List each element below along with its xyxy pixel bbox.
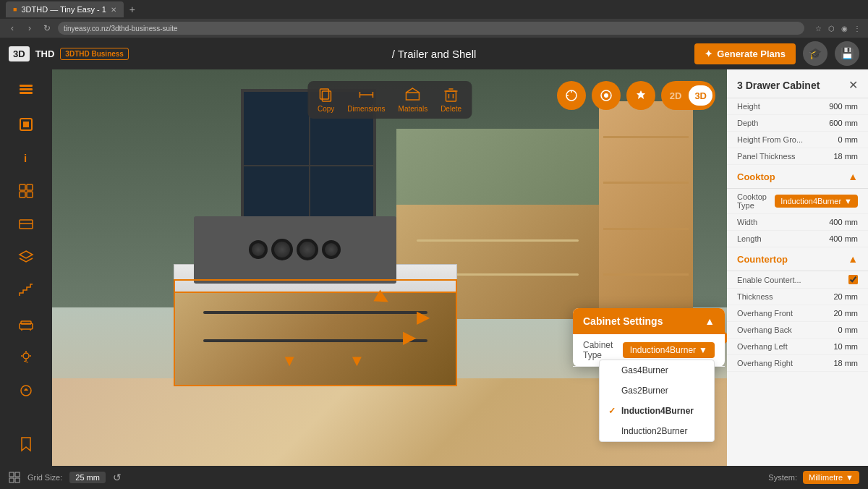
nav-icons: ☆ ⬡ ◉ ⋮ [813, 25, 862, 33]
menu-item-gas4burner[interactable]: Gas4Burner [600, 360, 714, 380]
overhang-right-value: 18 mm [833, 359, 858, 367]
svg-rect-2 [20, 85, 33, 87]
cooktop [194, 216, 396, 284]
viewport[interactable]: ▼ ▼ ▶ ▶ ▶ Copy Dimensions Materials [52, 69, 727, 466]
menu-item-induction4burner[interactable]: ✓ Induction4Burner [600, 401, 714, 421]
height-from-ground-row: Height From Gro... 0 mm [727, 132, 868, 148]
address-text: tinyeasy.co.nz/3dthd-business-suite [64, 25, 178, 33]
address-bar[interactable]: tinyeasy.co.nz/3dthd-business-suite [58, 22, 804, 35]
cabinet-type-menu: Gas4Burner Gas2Burner ✓ Induction4Burner [599, 360, 715, 442]
svg-rect-14 [21, 321, 31, 324]
sidebar-item-light[interactable] [12, 343, 41, 372]
menu-item-induction2burner[interactable]: Induction2Burner [600, 421, 714, 441]
delete-tool[interactable]: Delete [441, 87, 461, 113]
sidebar-item-box[interactable] [12, 110, 41, 139]
dimensions-label: Dimensions [347, 105, 385, 113]
sidebar-item-furniture[interactable] [12, 310, 41, 339]
svg-marker-12 [20, 251, 33, 258]
bg-shelves [599, 101, 694, 331]
sidebar-item-bookmark[interactable] [12, 430, 41, 459]
system-area: System: Millimetre ▼ [768, 471, 859, 484]
overhang-front-value: 20 mm [833, 309, 858, 318]
save-button[interactable]: 💾 [835, 41, 859, 66]
browser-tab-bar: ■ 3DTHD — Tiny Easy - 1 ✕ + [0, 0, 868, 19]
svg-point-17 [23, 353, 29, 359]
height-label: Height [737, 102, 760, 111]
tab-close[interactable]: ✕ [111, 6, 116, 14]
overhang-front-label: Overhang Front [737, 309, 793, 318]
svg-point-40 [604, 93, 608, 98]
materials-label: Materials [399, 105, 428, 113]
cooktop-type-select[interactable]: Induction4Burner ▼ [775, 195, 858, 208]
popup-arrow [725, 332, 727, 344]
generate-plans-button[interactable]: ✦ Generate Plans [694, 43, 796, 64]
sidebar-item-paint[interactable] [12, 376, 41, 405]
enable-countertop-checkbox[interactable] [848, 275, 858, 284]
extension-icon[interactable]: ⬡ [826, 25, 836, 33]
sidebar-item-layers[interactable] [12, 77, 41, 106]
svg-line-22 [24, 361, 28, 362]
panel-close-button[interactable]: ✕ [848, 78, 858, 92]
overhang-right-row: Overhang Right 18 mm [727, 355, 868, 372]
cabinet-type-label: Cabinet Type [583, 340, 623, 360]
viewport-toolbar: Copy Dimensions Materials Delete [307, 81, 472, 119]
system-dropdown[interactable]: Millimetre ▼ [803, 471, 859, 484]
settings-button[interactable] [626, 81, 655, 110]
cooktop-section-header[interactable]: Cooktop ▲ [727, 165, 868, 189]
svg-rect-45 [9, 478, 14, 482]
menu-icon[interactable]: ⋮ [852, 25, 862, 33]
cooktop-width-label: Width [737, 218, 757, 226]
reload-button[interactable]: ↻ [41, 23, 54, 33]
cabinet-settings-popup: Cabinet Settings ▲ Cabinet Type Inductio… [573, 308, 725, 367]
cooktop-toggle-icon[interactable]: ▲ [848, 171, 858, 182]
help-button[interactable]: 🎓 [803, 41, 827, 66]
thickness-value: 20 mm [833, 292, 858, 301]
countertop-toggle-icon[interactable]: ▲ [848, 253, 858, 265]
delete-label: Delete [441, 105, 461, 113]
sidebar-item-info[interactable]: i [12, 143, 41, 172]
burner-4 [322, 240, 341, 259]
help-icon: 🎓 [809, 47, 822, 60]
top-actions: ✦ Generate Plans 🎓 💾 [694, 41, 859, 66]
forward-button[interactable]: › [23, 23, 36, 33]
sidebar-item-grid[interactable] [12, 177, 41, 205]
cabinet-type-dropdown[interactable]: Induction4Burner ▼ [623, 342, 715, 358]
3d-mode-button[interactable]: 3D [689, 85, 712, 106]
sidebar-item-panel[interactable] [12, 210, 41, 239]
materials-tool[interactable]: Materials [399, 87, 428, 113]
camera-button[interactable] [557, 81, 586, 110]
overhang-back-row: Overhang Back 0 mm [727, 322, 868, 339]
reset-button[interactable]: ↺ [113, 472, 122, 483]
countertop-section-header[interactable]: Countertop ▲ [727, 247, 868, 271]
overhang-front-row: Overhang Front 20 mm [727, 305, 868, 322]
copy-icon [318, 87, 334, 103]
system-label: System: [768, 473, 797, 482]
bookmark-nav-icon[interactable]: ☆ [813, 25, 823, 33]
grid-size-value[interactable]: 25 mm [69, 472, 106, 483]
svg-rect-10 [20, 220, 33, 229]
svg-marker-30 [407, 88, 420, 100]
dimensions-tool[interactable]: Dimensions [347, 87, 385, 113]
materials-icon [405, 87, 421, 103]
back-button[interactable]: ‹ [6, 23, 19, 33]
2d-mode-button[interactable]: 2D [664, 85, 688, 106]
enable-countertop-label: Enable Countert... [737, 276, 801, 284]
right-panel: 3 Drawer Cabinet ✕ Height 900 mm Depth 6… [727, 69, 868, 466]
sidebar-item-stairs[interactable] [12, 276, 41, 305]
cooktop-type-row: Cooktop Type Induction4Burner ▼ [727, 189, 868, 214]
svg-marker-24 [22, 438, 30, 451]
panel-thickness-row: Panel Thickness 18 mm [727, 148, 868, 165]
menu-item-gas2burner[interactable]: Gas2Burner [600, 380, 714, 401]
profile-icon[interactable]: ◉ [839, 25, 849, 33]
drawer-handle-1 [203, 311, 427, 314]
copy-tool[interactable]: Copy [318, 87, 334, 113]
new-tab-button[interactable]: + [129, 4, 135, 15]
popup-collapse-button[interactable]: ▲ [705, 315, 715, 327]
overhang-left-label: Overhang Left [737, 342, 788, 351]
svg-rect-6 [20, 184, 25, 190]
cooktop-section-title: Cooktop [737, 171, 775, 182]
view-toggle-button[interactable] [592, 81, 621, 110]
sidebar-item-layers2[interactable] [12, 243, 41, 272]
cooktop-width-row: Width 400 mm [727, 214, 868, 231]
browser-chrome: ■ 3DTHD — Tiny Easy - 1 ✕ + ‹ › ↻ tinyea… [0, 0, 868, 38]
